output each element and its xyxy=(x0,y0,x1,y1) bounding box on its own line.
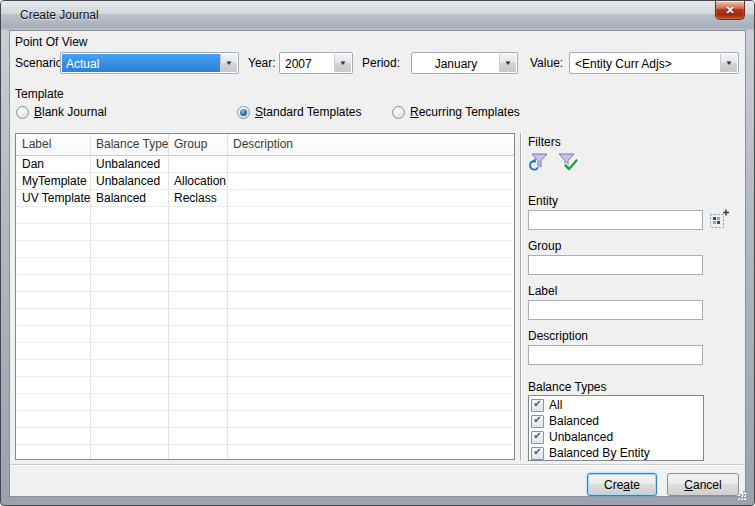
chevron-down-icon: ▼ xyxy=(504,60,512,66)
close-button[interactable]: ✕ xyxy=(715,1,745,20)
table-cell: Unbalanced xyxy=(90,173,168,190)
radio-icon xyxy=(16,106,29,119)
radio-selected-icon xyxy=(237,106,250,119)
table-cell: Reclass xyxy=(168,190,227,207)
radio-blank-journal-label: Blank Journal xyxy=(34,105,107,119)
scenario-combobox[interactable]: Actual ▼ xyxy=(60,52,239,74)
entity-filter-label: Entity xyxy=(528,194,558,208)
chevron-down-icon: ▼ xyxy=(725,60,733,66)
period-combobox[interactable]: January ▼ xyxy=(411,52,518,74)
year-combobox[interactable]: 2007 ▼ xyxy=(279,52,353,74)
column-divider xyxy=(90,134,91,459)
period-dropdown-button[interactable]: ▼ xyxy=(499,54,516,72)
chevron-down-icon: ▼ xyxy=(225,60,233,66)
dialog-content: Point Of View Scenario: Actual ▼ Year: 2… xyxy=(9,30,746,497)
checkbox-checked-icon[interactable]: ✔ xyxy=(531,415,544,428)
radio-icon xyxy=(392,106,405,119)
balance-types-label: Balance Types xyxy=(528,380,607,394)
table-cell: Unbalanced xyxy=(90,156,168,173)
scenario-dropdown-button[interactable]: ▼ xyxy=(220,54,237,72)
table-cell xyxy=(227,190,514,207)
table-cell: Balanced xyxy=(90,190,168,207)
cancel-button-label: Cancel xyxy=(684,478,721,492)
create-button[interactable]: Create xyxy=(587,473,657,496)
column-header-label[interactable]: Label xyxy=(16,134,90,155)
group-filter-label: Group xyxy=(528,239,561,253)
year-value: 2007 xyxy=(281,54,334,72)
value-dropdown-button[interactable]: ▼ xyxy=(720,54,737,72)
column-header-description[interactable]: Description xyxy=(227,134,514,155)
radio-standard-templates[interactable]: Standard Templates xyxy=(237,105,362,119)
panel-divider xyxy=(520,133,522,460)
balance-type-balanced-by-entity-label: Balanced By Entity xyxy=(549,446,650,460)
radio-recurring-templates[interactable]: Recurring Templates xyxy=(392,105,520,119)
label-filter-input[interactable] xyxy=(528,300,703,320)
table-cell xyxy=(227,156,514,173)
description-filter-input[interactable] xyxy=(528,345,703,365)
table-cell: MyTemplate xyxy=(16,173,90,190)
table-cell: Allocation xyxy=(168,173,227,190)
column-divider xyxy=(227,134,228,459)
value-label: Value: xyxy=(530,56,563,70)
close-icon: ✕ xyxy=(725,5,734,16)
radio-standard-templates-label: Standard Templates xyxy=(255,105,362,119)
column-header-group[interactable]: Group xyxy=(168,134,227,155)
radio-blank-journal[interactable]: Blank Journal xyxy=(16,105,107,119)
balance-type-balanced[interactable]: ✔ Balanced xyxy=(531,413,703,429)
title-bar[interactable]: Create Journal ✕ xyxy=(1,1,754,30)
checkbox-checked-icon[interactable]: ✔ xyxy=(531,447,544,460)
balance-type-all[interactable]: ✔ All xyxy=(531,397,703,413)
checkbox-checked-icon[interactable]: ✔ xyxy=(531,431,544,444)
year-dropdown-button[interactable]: ▼ xyxy=(334,54,351,72)
table-cell: UV Template xyxy=(16,190,90,207)
apply-filter-icon xyxy=(556,152,579,174)
group-filter-input[interactable] xyxy=(528,255,703,275)
balance-type-balanced-label: Balanced xyxy=(549,414,599,428)
scenario-value: Actual xyxy=(62,54,220,72)
description-filter-label: Description xyxy=(528,329,588,343)
value-combobox[interactable]: <Entity Curr Adjs> ▼ xyxy=(569,52,739,74)
period-value: January xyxy=(413,54,499,72)
year-label: Year: xyxy=(248,56,276,70)
period-label: Period: xyxy=(362,56,400,70)
footer-separator xyxy=(10,464,745,466)
column-header-balance-type[interactable]: Balance Type xyxy=(90,134,168,155)
balance-type-all-label: All xyxy=(549,398,562,412)
checkbox-checked-icon[interactable]: ✔ xyxy=(531,399,544,412)
entity-filter-input[interactable] xyxy=(528,210,703,230)
label-filter-label: Label xyxy=(528,284,557,298)
template-section-label: Template xyxy=(15,87,64,101)
resize-grip-icon xyxy=(736,490,747,501)
balance-type-balanced-by-entity[interactable]: ✔ Balanced By Entity xyxy=(531,445,703,461)
balance-type-unbalanced-label: Unbalanced xyxy=(549,430,613,444)
create-journal-dialog: Create Journal ✕ Point Of View Scenario:… xyxy=(0,0,755,506)
clear-filter-icon xyxy=(528,152,551,174)
resize-grip[interactable] xyxy=(736,487,747,505)
radio-recurring-templates-label: Recurring Templates xyxy=(410,105,520,119)
entity-member-selector-button[interactable] xyxy=(707,208,731,232)
chevron-down-icon: ▼ xyxy=(339,60,347,66)
templates-table[interactable]: Label Balance Type Group Description Dan… xyxy=(15,133,515,460)
table-cell xyxy=(168,156,227,173)
member-selector-icon xyxy=(707,208,731,232)
apply-filter-button[interactable] xyxy=(556,152,579,174)
pov-section-label: Point Of View xyxy=(15,35,87,49)
table-cell: Dan xyxy=(16,156,90,173)
cancel-button[interactable]: Cancel xyxy=(667,473,739,496)
table-cell xyxy=(227,173,514,190)
scenario-label: Scenario: xyxy=(15,56,66,70)
value-value: <Entity Curr Adjs> xyxy=(571,54,720,72)
window-title: Create Journal xyxy=(20,8,99,22)
filters-title: Filters xyxy=(528,135,561,149)
create-button-label: Create xyxy=(604,478,640,492)
clear-filter-button[interactable] xyxy=(528,152,551,174)
balance-types-listbox: ✔ All ✔ Balanced ✔ Unbalanced ✔ Balanced… xyxy=(528,395,704,461)
column-divider xyxy=(168,134,169,459)
balance-type-unbalanced[interactable]: ✔ Unbalanced xyxy=(531,429,703,445)
